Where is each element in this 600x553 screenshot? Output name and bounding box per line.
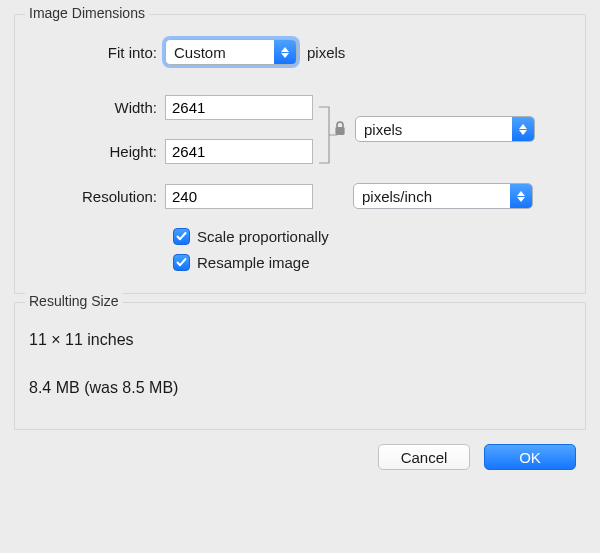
cancel-button[interactable]: Cancel [378,444,470,470]
fit-into-select[interactable]: Custom [165,39,297,65]
width-input[interactable] [165,95,313,120]
resample-image-label: Resample image [197,254,310,271]
wh-units-select[interactable]: pixels [355,116,535,142]
resolution-units-value: pixels/inch [354,188,510,205]
resolution-input[interactable] [165,184,313,209]
resulting-size-title: Resulting Size [25,293,123,309]
fit-into-value: Custom [166,44,274,61]
fit-into-units: pixels [297,44,345,61]
resulting-size-group: Resulting Size 11 × 11 inches 8.4 MB (wa… [14,302,586,430]
ok-button[interactable]: OK [484,444,576,470]
scale-proportionally-checkbox[interactable] [173,228,190,245]
scale-proportionally-label: Scale proportionally [197,228,329,245]
image-dimensions-title: Image Dimensions [25,5,149,21]
width-label: Width: [35,99,165,116]
link-wh-bracket [317,95,345,163]
resulting-size-dimensions: 11 × 11 inches [29,331,571,349]
resulting-size-file: 8.4 MB (was 8.5 MB) [29,379,571,397]
resample-image-checkbox[interactable] [173,254,190,271]
dialog-buttons: Cancel OK [0,438,600,470]
wh-units-value: pixels [356,121,512,138]
resolution-label: Resolution: [35,188,165,205]
image-dimensions-group: Image Dimensions Fit into: Custom pixels… [14,14,586,294]
chevron-updown-icon [274,40,296,64]
chevron-updown-icon [510,184,532,208]
fit-into-label: Fit into: [35,44,165,61]
height-label: Height: [35,143,165,160]
svg-rect-0 [335,127,344,135]
resolution-units-select[interactable]: pixels/inch [353,183,533,209]
height-input[interactable] [165,139,313,164]
chevron-updown-icon [512,117,534,141]
